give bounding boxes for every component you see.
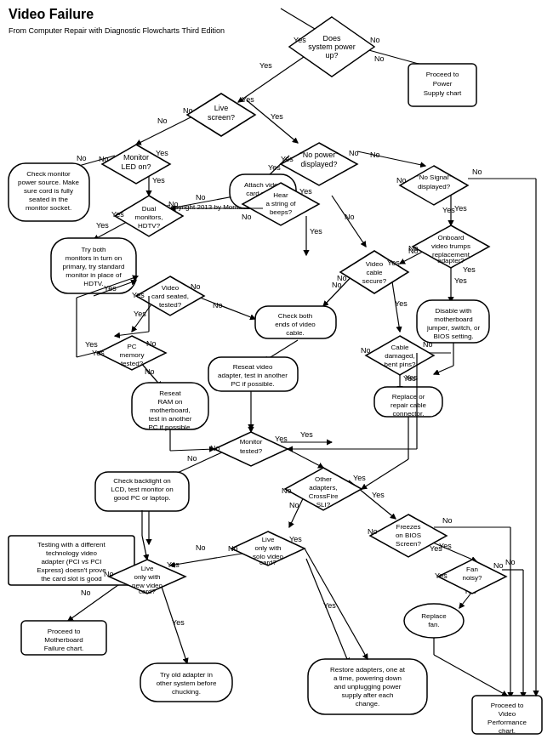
svg-text:No: No <box>228 544 238 553</box>
svg-text:ends of video: ends of video <box>275 321 316 328</box>
svg-text:chucking.: chucking. <box>172 688 201 696</box>
svg-text:Yes: Yes <box>134 310 146 318</box>
svg-text:No: No <box>104 570 114 578</box>
svg-text:fan.: fan. <box>428 621 439 628</box>
svg-line-265 <box>288 449 323 468</box>
svg-text:Other: Other <box>315 475 332 483</box>
svg-text:Check both: Check both <box>278 312 312 320</box>
svg-text:cable.: cable. <box>286 329 304 337</box>
svg-text:No: No <box>505 558 516 566</box>
svg-text:video trumps: video trumps <box>431 242 470 250</box>
svg-text:Reseat: Reseat <box>159 389 181 397</box>
svg-text:Yes: Yes <box>463 265 476 274</box>
svg-text:HDTV.: HDTV. <box>83 280 103 287</box>
svg-text:Try both: Try both <box>81 246 105 253</box>
svg-text:chart.: chart. <box>499 727 516 735</box>
svg-text:Yes: Yes <box>172 618 185 627</box>
svg-text:Yes: Yes <box>156 149 168 157</box>
svg-text:No: No <box>493 561 504 570</box>
svg-text:a string of: a string of <box>265 200 296 207</box>
svg-text:LED on?: LED on? <box>121 162 151 171</box>
svg-text:Screen?: Screen? <box>396 540 421 548</box>
svg-text:repair cable: repair cable <box>391 401 426 409</box>
svg-text:RAM on: RAM on <box>158 398 183 406</box>
svg-text:Supply chart: Supply chart <box>424 89 462 97</box>
svg-text:Yes: Yes <box>353 474 366 482</box>
svg-text:No: No <box>183 106 193 115</box>
svg-text:No: No <box>368 527 378 536</box>
svg-text:only with: only with <box>254 544 281 552</box>
svg-text:No: No <box>442 516 453 525</box>
svg-line-267 <box>142 536 147 560</box>
svg-text:No: No <box>81 588 91 597</box>
svg-text:No: No <box>396 176 407 185</box>
svg-text:No: No <box>196 193 206 202</box>
svg-text:Failure chart.: Failure chart. <box>44 645 84 652</box>
svg-text:No: No <box>282 486 292 495</box>
svg-line-31 <box>196 296 255 319</box>
svg-text:Try old adapter in: Try old adapter in <box>160 671 213 679</box>
svg-text:motherboard,: motherboard, <box>150 406 191 414</box>
svg-text:LCD, test monitor on: LCD, test monitor on <box>111 486 173 493</box>
svg-text:monitor socket.: monitor socket. <box>26 204 71 212</box>
svg-text:PC: PC <box>127 343 136 350</box>
svg-text:Power: Power <box>433 80 453 88</box>
svg-text:Onboard: Onboard <box>437 234 464 242</box>
svg-text:No: No <box>374 54 385 63</box>
svg-line-74 <box>170 553 247 566</box>
svg-text:Yes: Yes <box>96 221 109 230</box>
svg-text:Yes: Yes <box>310 227 322 236</box>
svg-text:"No Signal": "No Signal" <box>417 173 452 181</box>
svg-text:No: No <box>370 36 380 44</box>
svg-text:Yes: Yes <box>167 560 180 569</box>
svg-text:change.: change. <box>356 700 379 708</box>
svg-text:the card slot is good: the card slot is good <box>41 575 102 583</box>
svg-text:Yes: Yes <box>92 349 105 357</box>
svg-text:Check monitor: Check monitor <box>26 170 71 178</box>
svg-text:connector.: connector. <box>393 410 425 418</box>
svg-line-76 <box>306 559 349 663</box>
svg-text:Hear: Hear <box>273 191 288 199</box>
svg-text:supply after each: supply after each <box>342 691 394 699</box>
svg-text:No: No <box>196 543 206 552</box>
svg-text:adapter, test in another: adapter, test in another <box>218 372 288 379</box>
svg-text:card?: card? <box>259 559 277 566</box>
svg-text:Restore adapters, one at: Restore adapters, one at <box>330 666 406 674</box>
svg-text:No: No <box>408 244 419 253</box>
svg-text:Video: Video <box>366 260 384 268</box>
svg-line-270 <box>305 549 368 659</box>
svg-text:Yes: Yes <box>454 276 467 285</box>
svg-text:Video: Video <box>499 710 516 718</box>
svg-text:BIOS setting.: BIOS setting. <box>433 333 473 340</box>
svg-text:beeps?: beeps? <box>270 208 293 216</box>
svg-text:"No power": "No power" <box>300 151 339 159</box>
svg-text:Yes: Yes <box>430 544 442 553</box>
svg-text:Yes: Yes <box>323 601 336 610</box>
svg-text:Yes: Yes <box>395 299 408 308</box>
svg-line-274 <box>170 449 214 451</box>
svg-text:Yes: Yes <box>300 430 313 439</box>
svg-text:seated in the: seated in the <box>29 196 68 203</box>
svg-text:Disable with: Disable with <box>435 307 471 315</box>
svg-text:Replace or: Replace or <box>392 393 425 401</box>
svg-text:Yes: Yes <box>299 187 312 196</box>
svg-text:jumper, switch, or: jumper, switch, or <box>426 324 481 332</box>
svg-line-280 <box>362 459 408 489</box>
svg-text:Yes: Yes <box>132 291 145 299</box>
svg-text:technology video: technology video <box>46 549 98 557</box>
svg-text:Monitor: Monitor <box>240 438 263 446</box>
svg-text:Live: Live <box>262 536 275 543</box>
svg-text:PC if possible.: PC if possible. <box>231 380 274 388</box>
svg-text:tested?: tested? <box>159 301 182 309</box>
svg-text:adapter?: adapter? <box>437 257 465 264</box>
svg-text:Dual: Dual <box>142 205 157 213</box>
svg-text:HDTV?: HDTV? <box>138 222 161 230</box>
svg-text:Replace: Replace <box>421 612 447 620</box>
svg-text:Yes: Yes <box>372 491 385 499</box>
svg-text:Check backlight on: Check backlight on <box>113 477 171 485</box>
svg-text:No: No <box>345 213 355 221</box>
svg-text:No: No <box>370 151 380 159</box>
svg-text:sure cord is fully: sure cord is fully <box>24 187 73 195</box>
svg-text:No: No <box>213 301 223 310</box>
svg-text:Yes: Yes <box>294 36 306 44</box>
